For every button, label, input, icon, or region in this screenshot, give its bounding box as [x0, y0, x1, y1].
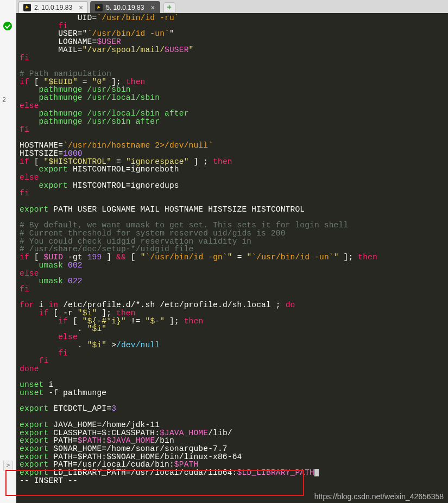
code: [	[29, 253, 44, 262]
code: PATH=$PATH:$SNOAR_HOME/bin/linux-x86-64	[48, 453, 242, 461]
code: 199	[87, 253, 102, 262]
code: &&	[116, 253, 126, 262]
code: [	[126, 253, 141, 262]
code: -gt	[63, 253, 87, 262]
code: if	[58, 317, 68, 326]
code: USER="	[20, 29, 87, 38]
close-icon[interactable]: ×	[150, 4, 155, 11]
code: >	[106, 341, 116, 349]
code: "${-#*i}"	[83, 317, 126, 326]
code: # By default, we want umask to get set. …	[20, 221, 348, 230]
code: export	[20, 444, 48, 453]
code: :	[102, 436, 106, 445]
code: fi	[20, 22, 68, 30]
code: pathmunge /usr/local/sbin after	[20, 109, 189, 118]
code: if	[39, 309, 49, 317]
code: PATH USER LOGNAME MAIL HOSTNAME HISTSIZE…	[48, 205, 305, 214]
code: $PATH	[78, 436, 102, 445]
terminal-icon	[95, 4, 103, 11]
code: /lib/	[208, 429, 232, 437]
code: "$HISTCONTROL"	[44, 157, 112, 166]
code: 1000	[63, 149, 83, 158]
editor-area[interactable]: UID=`/usr/bin/id -ru` fi USER="`/usr/bin…	[16, 13, 448, 503]
code: LD_LIBRARY_PATH=/usr/local/cuda/lib64:	[48, 468, 237, 477]
code: "$i"	[78, 309, 97, 317]
tab-0[interactable]: 2. 10.0.19.83 ×	[18, 1, 88, 13]
tab-1[interactable]: 5. 10.0.19.83 ×	[90, 1, 160, 13]
check-icon	[3, 22, 12, 30]
code	[20, 181, 39, 190]
code: export	[20, 421, 48, 429]
close-icon[interactable]: ×	[79, 4, 83, 11]
code: else	[20, 333, 78, 341]
code: i	[34, 301, 49, 309]
code: do	[286, 301, 295, 309]
code: else	[20, 269, 39, 278]
code: umask	[20, 277, 68, 285]
code: export	[20, 460, 48, 469]
code: "$-"	[145, 317, 165, 326]
code: =	[111, 157, 126, 166]
code: .	[20, 341, 87, 349]
code: if	[20, 78, 29, 86]
code: [	[29, 157, 44, 166]
code: HOSTNAME=	[20, 141, 63, 150]
code: then	[184, 317, 204, 326]
code: HISTCONTROL=ignoreboth	[68, 165, 179, 174]
code: /dev/null	[116, 341, 160, 349]
code: then	[358, 253, 377, 262]
code: i	[44, 380, 54, 389]
code: 002	[68, 261, 83, 270]
code: # /usr/share/doc/setup-*/uidgid file	[20, 245, 193, 253]
code: "$EUID"	[44, 78, 78, 86]
code: ];	[165, 317, 184, 326]
code: # Current threshold for system reserved …	[20, 229, 286, 238]
watermark-text: https://blog.csdn.net/weixin_42656358	[314, 492, 444, 501]
code: pathmunge /usr/sbin after	[20, 117, 160, 126]
code: pathmunge /usr/sbin	[20, 85, 131, 94]
code: $USER	[165, 46, 189, 54]
code: if	[20, 253, 29, 262]
code: SONAR_HOME=/home/sonar/sonarqube-7.7	[48, 444, 227, 453]
code: /bin	[155, 436, 174, 445]
code: in	[48, 301, 58, 309]
code: export	[20, 429, 48, 437]
code: [	[29, 78, 44, 86]
code: 022	[68, 277, 83, 285]
code: # Path manipulation	[20, 69, 111, 78]
code: `/usr/bin/id -un`	[251, 253, 333, 262]
code: export	[20, 453, 48, 461]
code: $PATH	[174, 460, 199, 469]
code: "0"	[92, 78, 107, 86]
tab-bar: 2. 10.0.19.83 × 5. 10.0.19.83 × +	[16, 0, 448, 13]
code: "$i"	[87, 324, 107, 333]
code: fi	[20, 125, 29, 134]
code: then	[126, 78, 146, 86]
code: `/usr/bin/id -gn`	[146, 253, 228, 262]
arrow-right-icon[interactable]: >	[3, 461, 13, 470]
mode-indicator: -- INSERT --	[20, 476, 78, 485]
code: ]	[102, 253, 116, 262]
code: ] ;	[189, 157, 213, 166]
new-tab-button[interactable]: +	[163, 2, 175, 13]
code: =	[232, 253, 247, 262]
code: "	[169, 29, 174, 38]
code: "ignorespace"	[126, 157, 189, 166]
code: else	[20, 173, 39, 182]
code: PATH=	[48, 436, 77, 445]
code: 3	[111, 404, 116, 413]
gutter-label: 2	[2, 97, 6, 104]
code: [ -r	[48, 309, 77, 317]
code: ];	[106, 78, 126, 86]
code: export	[20, 436, 48, 445]
code: PATH=/usr/local/cuda/bin:	[48, 460, 174, 469]
code: if	[20, 157, 29, 166]
code: then	[116, 309, 136, 317]
code: `/usr/bin/id -un`	[87, 29, 169, 38]
code: unset	[20, 389, 44, 397]
code: MAIL=	[20, 46, 83, 54]
code: export	[20, 404, 48, 413]
left-gutter: 2 >	[0, 0, 16, 503]
code: "	[228, 253, 232, 262]
code: fi	[20, 356, 48, 365]
